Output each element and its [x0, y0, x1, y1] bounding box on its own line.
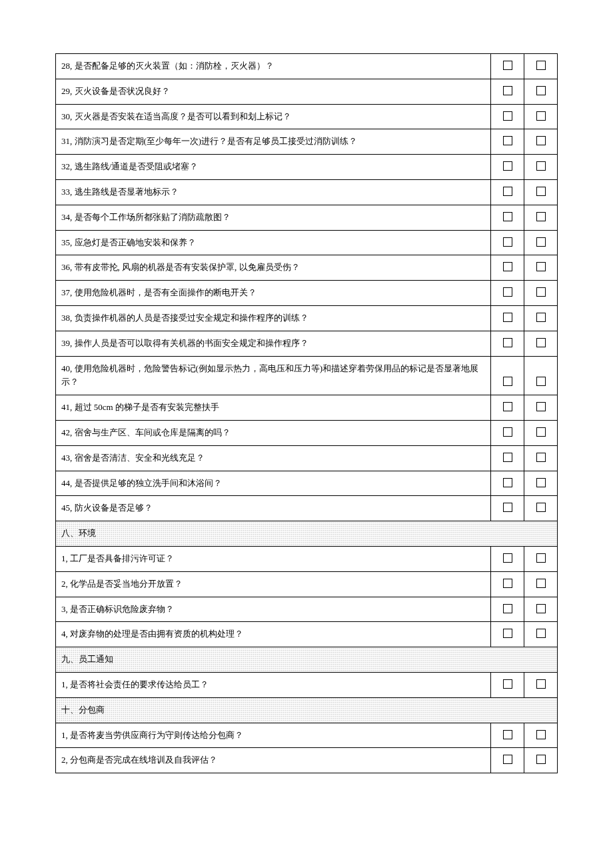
- question-cell: 1, 是否将社会责任的要求传达给员工？: [56, 672, 491, 697]
- checkbox-cell-no: [524, 155, 558, 180]
- checkbox-icon[interactable]: [536, 111, 546, 121]
- checkbox-icon[interactable]: [536, 579, 546, 588]
- table-row: 2, 分包商是否完成在线培训及自我评估？: [56, 748, 558, 773]
- checkbox-icon[interactable]: [536, 427, 546, 437]
- checkbox-cell-yes: [491, 622, 524, 647]
- question-cell: 39, 操作人员是否可以取得有关机器的书面安全规定和操作程序？: [56, 331, 491, 356]
- question-cell: 42, 宿舍与生产区、车间或仓库是隔离的吗？: [56, 420, 491, 445]
- checkbox-icon[interactable]: [503, 553, 512, 563]
- question-cell: 45, 防火设备是否足够？: [56, 496, 491, 521]
- checkbox-icon[interactable]: [503, 161, 512, 171]
- checklist-table: 28, 是否配备足够的灭火装置（如：消防栓，灭火器）？29, 灭火设备是否状况良…: [55, 53, 558, 773]
- table-row: 45, 防火设备是否足够？: [56, 496, 558, 521]
- checkbox-icon[interactable]: [536, 187, 546, 196]
- checkbox-cell-no: [524, 356, 558, 395]
- checkbox-cell-no: [524, 395, 558, 421]
- checkbox-icon[interactable]: [503, 212, 512, 221]
- table-row: 39, 操作人员是否可以取得有关机器的书面安全规定和操作程序？: [56, 331, 558, 356]
- checkbox-cell-yes: [491, 445, 524, 471]
- checkbox-icon[interactable]: [536, 453, 546, 462]
- checkbox-icon[interactable]: [536, 136, 546, 145]
- checkbox-cell-no: [524, 622, 558, 647]
- table-row: 34, 是否每个工作场所都张贴了消防疏散图？: [56, 205, 558, 230]
- checkbox-icon[interactable]: [503, 478, 512, 487]
- checkbox-icon[interactable]: [503, 453, 512, 462]
- checkbox-icon[interactable]: [536, 313, 546, 322]
- checkbox-icon[interactable]: [503, 604, 512, 613]
- checkbox-icon[interactable]: [503, 338, 512, 347]
- table-row: 1, 工厂是否具备排污许可证？: [56, 546, 558, 571]
- checkbox-icon[interactable]: [503, 136, 512, 145]
- checkbox-cell-yes: [491, 179, 524, 205]
- checkbox-icon[interactable]: [536, 161, 546, 171]
- checkbox-cell-yes: [491, 79, 524, 104]
- checkbox-cell-no: [524, 129, 558, 155]
- checkbox-icon[interactable]: [503, 679, 512, 689]
- checkbox-cell-yes: [491, 54, 524, 79]
- checkbox-icon[interactable]: [503, 503, 512, 512]
- checkbox-icon[interactable]: [536, 212, 546, 221]
- question-cell: 1, 工厂是否具备排污许可证？: [56, 546, 491, 571]
- checkbox-icon[interactable]: [503, 187, 512, 196]
- checkbox-icon[interactable]: [536, 377, 546, 386]
- checkbox-cell-yes: [491, 305, 524, 331]
- checkbox-icon[interactable]: [536, 604, 546, 613]
- checkbox-icon[interactable]: [536, 730, 546, 739]
- checkbox-icon[interactable]: [503, 579, 512, 588]
- checkbox-icon[interactable]: [536, 478, 546, 487]
- checkbox-icon[interactable]: [503, 262, 512, 271]
- table-row: 37, 使用危险机器时，是否有全面操作的断电开关？: [56, 281, 558, 306]
- checkbox-icon[interactable]: [503, 111, 512, 121]
- checkbox-icon[interactable]: [503, 313, 512, 322]
- checkbox-cell-yes: [491, 723, 524, 748]
- checkbox-icon[interactable]: [536, 553, 546, 563]
- question-cell: 36, 带有皮带抡, 风扇的机器是否有安装保护罩, 以免雇员受伤？: [56, 255, 491, 281]
- checkbox-cell-no: [524, 672, 558, 697]
- table-row: 29, 灭火设备是否状况良好？: [56, 79, 558, 104]
- checkbox-icon[interactable]: [536, 679, 546, 689]
- checkbox-cell-yes: [491, 255, 524, 281]
- checkbox-icon[interactable]: [503, 755, 512, 764]
- checkbox-cell-no: [524, 723, 558, 748]
- checkbox-icon[interactable]: [536, 287, 546, 297]
- checkbox-icon[interactable]: [503, 237, 512, 247]
- table-row: 4, 对废弃物的处理是否由拥有资质的机构处理？: [56, 622, 558, 647]
- checkbox-icon[interactable]: [503, 86, 512, 95]
- table-row: 38, 负责操作机器的人员是否接受过安全规定和操作程序的训练？: [56, 305, 558, 331]
- checkbox-cell-no: [524, 179, 558, 205]
- question-cell: 29, 灭火设备是否状况良好？: [56, 79, 491, 104]
- checkbox-icon[interactable]: [503, 427, 512, 437]
- checkbox-cell-yes: [491, 104, 524, 129]
- section-row: 九、员工通知: [56, 647, 558, 673]
- checkbox-icon[interactable]: [503, 402, 512, 411]
- table-row: 1, 是否将社会责任的要求传达给员工？: [56, 672, 558, 697]
- question-cell: 1, 是否将麦当劳供应商行为守则传达给分包商？: [56, 723, 491, 748]
- table-row: 35, 应急灯是否正确地安装和保养？: [56, 230, 558, 255]
- checkbox-cell-yes: [491, 205, 524, 230]
- checkbox-icon[interactable]: [503, 287, 512, 297]
- checkbox-cell-yes: [491, 420, 524, 445]
- checkbox-icon[interactable]: [536, 237, 546, 247]
- checkbox-cell-yes: [491, 672, 524, 697]
- table-row: 31, 消防演习是否定期(至少每年一次)进行？是否有足够员工接受过消防训练？: [56, 129, 558, 155]
- checkbox-icon[interactable]: [536, 61, 546, 70]
- checkbox-icon[interactable]: [536, 629, 546, 638]
- checkbox-icon[interactable]: [536, 338, 546, 347]
- checkbox-cell-yes: [491, 571, 524, 597]
- checkbox-cell-no: [524, 305, 558, 331]
- checkbox-icon[interactable]: [536, 755, 546, 764]
- checkbox-icon[interactable]: [536, 402, 546, 411]
- checkbox-icon[interactable]: [536, 503, 546, 512]
- checkbox-icon[interactable]: [503, 61, 512, 70]
- checkbox-cell-no: [524, 471, 558, 496]
- checkbox-icon[interactable]: [536, 86, 546, 95]
- table-row: 44, 是否提供足够的独立洗手间和沐浴间？: [56, 471, 558, 496]
- checkbox-icon[interactable]: [536, 262, 546, 271]
- checkbox-icon[interactable]: [503, 377, 512, 386]
- question-cell: 40, 使用危险机器时，危险警告标记(例如显示热力，高电压和压力等)和描述穿着劳…: [56, 356, 491, 395]
- table-row: 1, 是否将麦当劳供应商行为守则传达给分包商？: [56, 723, 558, 748]
- checkbox-icon[interactable]: [503, 629, 512, 638]
- checkbox-icon[interactable]: [503, 730, 512, 739]
- checkbox-cell-yes: [491, 597, 524, 622]
- table-row: 33, 逃生路线是否显著地标示？: [56, 179, 558, 205]
